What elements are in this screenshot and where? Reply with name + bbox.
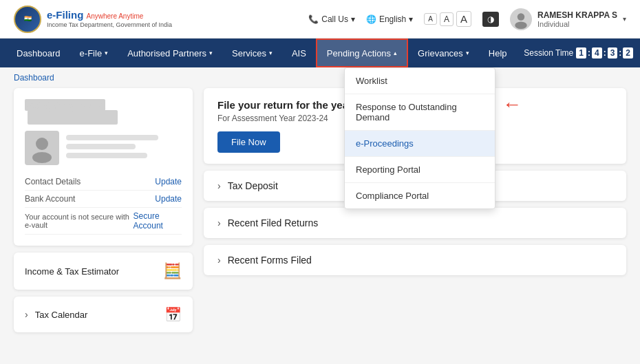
recent-forms-label: Recent Forms Filed xyxy=(228,255,312,266)
profile-row xyxy=(25,131,182,165)
estimator-card[interactable]: Income & Tax Estimator 🧮 xyxy=(14,253,193,290)
svg-point-1 xyxy=(515,21,527,29)
logo-text: e-Filing Anywhere Anytime Income Tax Dep… xyxy=(47,8,172,30)
profile-line-2 xyxy=(66,144,136,149)
pending-arrow: ▴ xyxy=(394,50,397,56)
nav-efile[interactable]: e-File ▾ xyxy=(70,39,118,67)
recent-returns-label: Recent Filed Returns xyxy=(228,217,319,228)
secure-note: Your account is not secure with e-vault xyxy=(25,213,134,229)
top-actions: 📞 Call Us ▾ 🌐 English ▾ A A A ◑ RAMESH K… xyxy=(308,8,626,30)
session-d1: 1 xyxy=(576,47,586,58)
nav-authorised-partners[interactable]: Authorised Partners ▾ xyxy=(118,39,222,67)
nav-grievances[interactable]: Grievances ▾ xyxy=(408,39,479,67)
contact-update-link[interactable]: Update xyxy=(155,177,182,186)
main-content: Welcome Back, ████████ Contact Details xyxy=(0,88,640,363)
font-large-button[interactable]: A xyxy=(456,11,471,27)
recent-forms-filed-accordion[interactable]: › Recent Forms Filed xyxy=(204,245,626,275)
contrast-button[interactable]: ◑ xyxy=(482,12,499,27)
user-dropdown-arrow: ▾ xyxy=(623,15,626,23)
session-d3: 3 xyxy=(608,47,618,58)
welcome-title: Welcome Back, ████████ xyxy=(25,99,182,124)
secure-account-link[interactable]: Secure Account xyxy=(134,211,182,231)
lang-dropdown-arrow: ▾ xyxy=(409,14,413,24)
user-avatar xyxy=(510,8,532,30)
brand-name: e-Filing Anywhere Anytime xyxy=(47,8,172,22)
auth-arrow: ▾ xyxy=(209,50,213,56)
call-us-button[interactable]: 📞 Call Us ▾ xyxy=(308,14,355,24)
dept-name: Income Tax Department, Government of Ind… xyxy=(47,21,172,30)
nav-services[interactable]: Services ▾ xyxy=(222,39,282,67)
svg-point-2 xyxy=(36,138,48,150)
user-role: Individual xyxy=(537,20,617,28)
nav-ais[interactable]: AIS xyxy=(282,39,316,67)
left-panel: Welcome Back, ████████ Contact Details xyxy=(14,88,193,363)
dropdown-reporting-portal[interactable]: Reporting Portal xyxy=(345,157,495,183)
grievances-arrow: ▾ xyxy=(466,50,469,56)
nav-bar: Dashboard e-File ▾ Authorised Partners ▾… xyxy=(0,39,640,67)
welcome-card: Welcome Back, ████████ Contact Details xyxy=(14,88,193,246)
svg-point-0 xyxy=(518,13,525,21)
profile-line-3 xyxy=(66,153,147,158)
bank-row: Bank Account Update xyxy=(25,191,182,208)
calendar-expand-arrow: › xyxy=(25,309,28,320)
logo-emblem: 🇮🇳 xyxy=(14,6,41,33)
session-d2: 4 xyxy=(592,47,602,58)
contact-label: Contact Details xyxy=(25,177,81,186)
svg-point-3 xyxy=(32,152,52,163)
profile-avatar xyxy=(25,131,59,165)
dropdown-outstanding-demand[interactable]: Response to Outstanding Demand xyxy=(345,94,495,131)
file-now-button[interactable]: File Now xyxy=(217,131,280,153)
secure-row: Your account is not secure with e-vault … xyxy=(25,208,182,235)
dropdown-worklist[interactable]: Worklist xyxy=(345,68,495,94)
recent-forms-expand-arrow: › xyxy=(217,255,221,266)
language-selector[interactable]: 🌐 English ▾ xyxy=(366,14,413,24)
bank-update-link[interactable]: Update xyxy=(155,194,182,204)
font-medium-button[interactable]: A xyxy=(440,12,454,26)
call-dropdown-arrow: ▾ xyxy=(351,14,355,24)
dropdown-e-proceedings[interactable]: e-Proceedings xyxy=(345,131,495,157)
session-timer: Session Time 1 : 4 : 3 : 2 xyxy=(524,47,633,58)
session-d4: 2 xyxy=(623,47,633,58)
session-digits: 1 : 4 : 3 : 2 xyxy=(576,47,633,58)
globe-icon: 🌐 xyxy=(366,14,376,24)
pending-actions-dropdown: Worklist Response to Outstanding Demand … xyxy=(344,67,495,209)
user-area[interactable]: RAMESH KRAPPA S Individual ▾ xyxy=(510,8,626,30)
dropdown-compliance-portal[interactable]: Compliance Portal xyxy=(345,183,495,208)
phone-icon: 📞 xyxy=(308,14,319,24)
nav-help[interactable]: Help xyxy=(479,39,517,67)
profile-lines xyxy=(66,135,182,162)
top-bar: 🇮🇳 e-Filing Anywhere Anytime Income Tax … xyxy=(0,0,640,39)
nav-pending-actions[interactable]: Pending Actions ▴ xyxy=(316,39,408,67)
services-arrow: ▾ xyxy=(269,50,273,56)
user-name: RAMESH KRAPPA S xyxy=(537,10,617,20)
logo-area: 🇮🇳 e-Filing Anywhere Anytime Income Tax … xyxy=(14,6,172,33)
contact-row: Contact Details Update xyxy=(25,173,182,191)
font-small-button[interactable]: A xyxy=(424,13,437,25)
calendar-card[interactable]: › Tax Calendar 📅 xyxy=(14,297,193,332)
tax-deposit-expand-arrow: › xyxy=(217,180,221,191)
nav-dashboard[interactable]: Dashboard xyxy=(7,39,70,67)
breadcrumb: Dashboard xyxy=(0,67,640,88)
calendar-label: Tax Calendar xyxy=(35,310,88,320)
profile-line-1 xyxy=(66,135,158,140)
efile-arrow: ▾ xyxy=(105,50,108,56)
user-info: RAMESH KRAPPA S Individual xyxy=(537,10,617,28)
tax-deposit-label: Tax Deposit xyxy=(228,180,278,191)
recent-returns-expand-arrow: › xyxy=(217,217,221,228)
bank-label: Bank Account xyxy=(25,194,75,204)
font-controls: A A A xyxy=(424,11,471,27)
calendar-icon: 📅 xyxy=(164,306,182,323)
estimator-label: Income & Tax Estimator xyxy=(25,266,119,277)
calculator-icon: 🧮 xyxy=(163,262,182,280)
recent-filed-returns-accordion[interactable]: › Recent Filed Returns xyxy=(204,208,626,238)
